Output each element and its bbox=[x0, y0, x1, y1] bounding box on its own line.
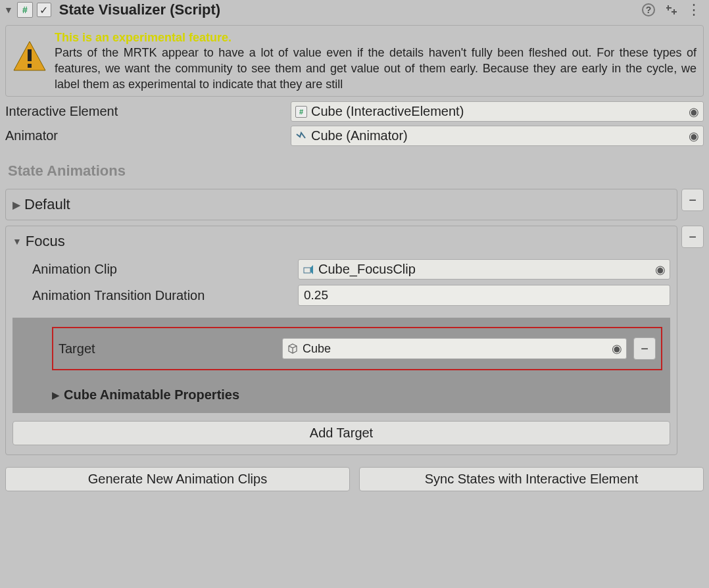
menu-icon[interactable]: ⋮ bbox=[687, 1, 701, 18]
gameobject-icon bbox=[287, 343, 299, 355]
state-default: ▶ Default bbox=[5, 189, 677, 220]
warning-text: This is an experimental feature. Parts o… bbox=[55, 31, 697, 92]
object-picker-icon[interactable]: ◉ bbox=[612, 341, 622, 356]
help-icon[interactable]: ? bbox=[642, 3, 655, 16]
animator-icon bbox=[295, 130, 307, 142]
state-focus: ▼ Focus Animation Clip Cube_FocusClip ◉ … bbox=[5, 226, 677, 455]
generate-clips-button[interactable]: Generate New Animation Clips bbox=[5, 467, 350, 491]
animator-value: Cube (Animator) bbox=[311, 128, 408, 143]
animator-field[interactable]: Cube (Animator) ◉ bbox=[291, 126, 704, 146]
animation-clip-field[interactable]: Cube_FocusClip ◉ bbox=[298, 259, 670, 280]
state-animations-header: State Animations bbox=[0, 148, 709, 184]
script-ref-icon: # bbox=[295, 106, 307, 118]
component-header: ▼ # ✓ State Visualizer (Script) ? ⋮ bbox=[0, 0, 709, 20]
svg-rect-1 bbox=[28, 49, 32, 61]
component-title: State Visualizer (Script) bbox=[59, 1, 220, 18]
target-list: Target Cube ◉ − ▶ Cube Animatable Proper… bbox=[12, 318, 670, 413]
animation-clip-label: Animation Clip bbox=[32, 262, 298, 277]
sync-states-button[interactable]: Sync States with Interactive Element bbox=[359, 467, 704, 491]
remove-state-button[interactable]: − bbox=[681, 226, 704, 248]
animatable-properties-label: Cube Animatable Properties bbox=[64, 387, 239, 403]
interactive-element-field[interactable]: # Cube (InteractiveElement) ◉ bbox=[291, 101, 704, 122]
foldout-icon[interactable]: ▼ bbox=[12, 236, 22, 247]
duration-label: Animation Transition Duration bbox=[32, 288, 298, 303]
remove-state-button[interactable]: − bbox=[681, 189, 704, 211]
warning-title: This is an experimental feature. bbox=[55, 31, 697, 45]
svg-rect-2 bbox=[28, 64, 32, 68]
svg-marker-4 bbox=[310, 265, 313, 274]
target-label: Target bbox=[59, 341, 276, 356]
warning-body: Parts of the MRTK appear to have a lot o… bbox=[55, 45, 697, 92]
animation-clip-value: Cube_FocusClip bbox=[318, 262, 416, 277]
animatable-properties-foldout[interactable]: ▶ Cube Animatable Properties bbox=[52, 387, 662, 403]
clip-icon bbox=[303, 264, 314, 276]
object-picker-icon[interactable]: ◉ bbox=[655, 262, 666, 277]
duration-field[interactable]: 0.25 bbox=[298, 285, 670, 306]
svg-rect-3 bbox=[304, 268, 310, 273]
warning-icon bbox=[12, 39, 47, 73]
target-row: Target Cube ◉ − bbox=[52, 327, 662, 370]
script-icon: # bbox=[17, 2, 33, 18]
interactive-element-label: Interactive Element bbox=[5, 104, 291, 119]
target-value: Cube bbox=[303, 342, 331, 356]
enabled-checkbox[interactable]: ✓ bbox=[37, 3, 51, 17]
object-picker-icon[interactable]: ◉ bbox=[689, 129, 699, 143]
target-field[interactable]: Cube ◉ bbox=[282, 338, 627, 359]
interactive-element-value: Cube (InteractiveElement) bbox=[311, 104, 464, 119]
animator-label: Animator bbox=[5, 128, 291, 143]
remove-target-button[interactable]: − bbox=[633, 337, 656, 360]
foldout-icon[interactable]: ▶ bbox=[12, 199, 20, 211]
preset-icon[interactable] bbox=[664, 3, 677, 16]
foldout-icon[interactable]: ▼ bbox=[4, 5, 13, 15]
object-picker-icon[interactable]: ◉ bbox=[689, 105, 699, 119]
state-title: Default bbox=[24, 196, 70, 213]
experimental-warning: This is an experimental feature. Parts o… bbox=[5, 25, 704, 97]
add-target-button[interactable]: Add Target bbox=[12, 421, 670, 445]
state-title: Focus bbox=[26, 233, 65, 250]
foldout-icon: ▶ bbox=[52, 389, 60, 401]
